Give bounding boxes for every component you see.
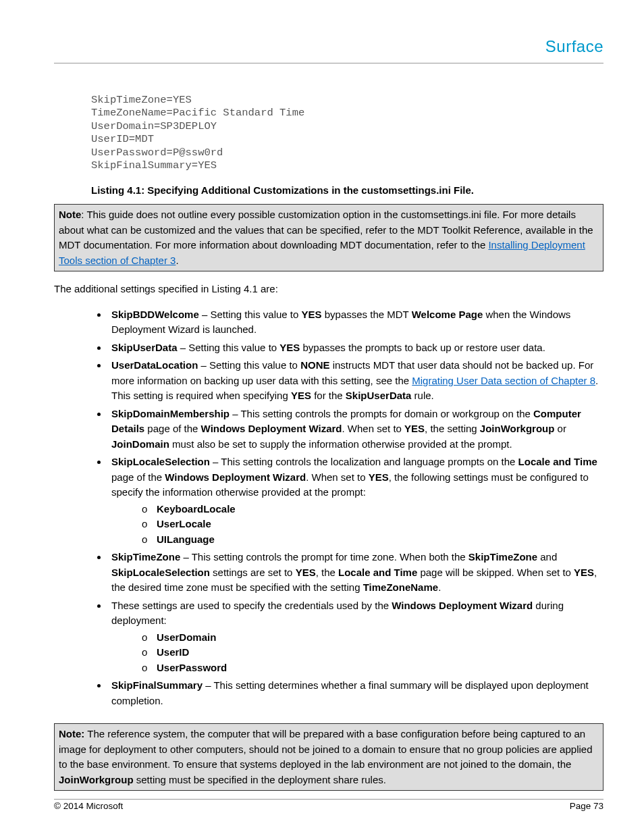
- note-after: .: [176, 255, 178, 266]
- copyright: © 2014 Microsoft: [54, 801, 123, 811]
- page-footer: © 2014 Microsoft Page 73: [54, 799, 603, 811]
- sub-list: UserDomain UserID UserPassword: [142, 630, 603, 676]
- intro-text: The additional settings specified in Lis…: [54, 282, 603, 297]
- note-box-2: Note: The reference system, the computer…: [54, 723, 603, 791]
- setting-name: UserDataLocation: [111, 359, 198, 371]
- setting-name: SkipTimeZone: [111, 551, 180, 563]
- list-item: SkipTimeZone – This setting controls the…: [108, 550, 603, 596]
- note-box: Note: This guide does not outline every …: [54, 204, 603, 271]
- page-number: Page 73: [570, 801, 603, 811]
- list-item: SkipBDDWelcome – Setting this value to Y…: [108, 307, 603, 338]
- sub-list: KeyboardLocale UserLocale UILanguage: [142, 502, 603, 548]
- sub-item: UserDomain: [142, 630, 603, 646]
- sub-item: UILanguage: [142, 532, 603, 548]
- brand-logo: Surface: [545, 37, 603, 55]
- list-item: SkipLocaleSelection – This setting contr…: [108, 454, 603, 547]
- note-label: Note:: [59, 728, 84, 739]
- sub-item: UserLocale: [142, 517, 603, 532]
- settings-list: SkipBDDWelcome – Setting this value to Y…: [108, 307, 603, 709]
- list-item: SkipDomainMembership – This setting cont…: [108, 407, 603, 452]
- list-item: SkipUserData – Setting this value to YES…: [108, 340, 603, 356]
- list-item: SkipFinalSummary – This setting determin…: [108, 678, 603, 708]
- listing-caption: Listing 4.1: Specifying Additional Custo…: [91, 184, 603, 196]
- link-migrating-user-data[interactable]: Migrating User Data section of Chapter 8: [412, 375, 595, 386]
- setting-name: SkipBDDWelcome: [111, 309, 199, 320]
- page-header: Surface: [54, 37, 603, 63]
- sub-item: UserPassword: [142, 660, 603, 676]
- list-item: These settings are used to specify the c…: [108, 598, 603, 676]
- setting-name: SkipUserData: [111, 342, 178, 353]
- note2-text-a: The reference system, the computer that …: [59, 728, 593, 770]
- setting-name: SkipFinalSummary: [111, 679, 203, 691]
- note-label: Note: [59, 209, 81, 220]
- sub-item: KeyboardLocale: [142, 502, 603, 517]
- note2-text-b: setting must be specified in the deploym…: [134, 774, 386, 785]
- setting-name: SkipLocaleSelection: [111, 456, 210, 467]
- code-listing: SkipTimeZone=YES TimeZoneName=Pacific St…: [91, 94, 603, 172]
- list-item: UserDataLocation – Setting this value to…: [108, 358, 603, 404]
- sub-item: UserID: [142, 645, 603, 660]
- setting-name: SkipDomainMembership: [111, 408, 230, 419]
